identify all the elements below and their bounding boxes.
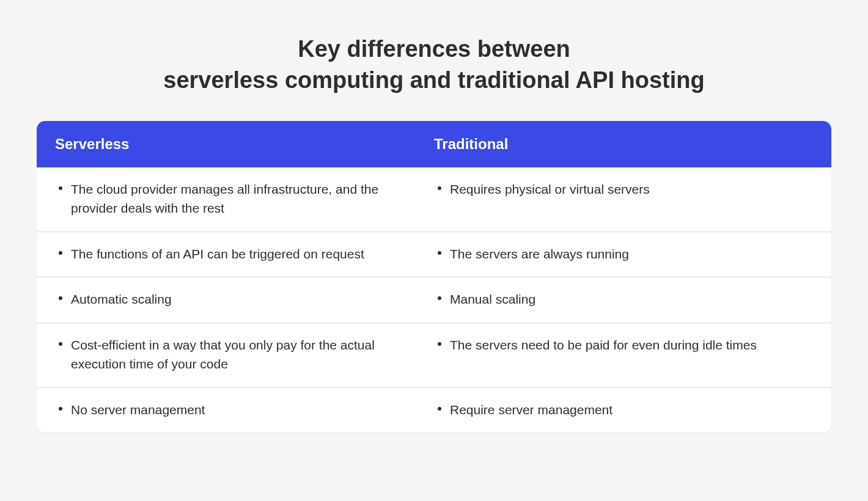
cell-text: No server management: [71, 400, 205, 420]
table-row: Automatic scaling Manual scaling: [37, 277, 831, 323]
cell-text: Automatic scaling: [71, 290, 172, 309]
cell-traditional: The servers need to be paid for even dur…: [434, 335, 813, 374]
table-row: No server management Require server mana…: [37, 388, 831, 433]
page-title: Key differences between serverless compu…: [37, 34, 831, 97]
bullet-icon: [59, 251, 62, 255]
bullet-icon: [59, 407, 62, 411]
title-line-2: serverless computing and traditional API…: [163, 67, 704, 93]
cell-text: The servers are always running: [450, 244, 629, 264]
cell-serverless: The functions of an API can be triggered…: [55, 244, 434, 264]
cell-text: The functions of an API can be triggered…: [71, 244, 364, 264]
cell-text: Manual scaling: [450, 290, 535, 309]
cell-text: Requires physical or virtual servers: [450, 180, 650, 199]
cell-traditional: Requires physical or virtual servers: [434, 180, 813, 218]
header-serverless: Serverless: [55, 136, 434, 153]
bullet-icon: [438, 186, 441, 190]
cell-text: Require server management: [450, 400, 612, 420]
cell-serverless: The cloud provider manages all infrastru…: [55, 180, 434, 218]
cell-text: The servers need to be paid for even dur…: [450, 335, 757, 355]
table-row: The functions of an API can be triggered…: [37, 232, 831, 278]
header-traditional: Traditional: [434, 136, 813, 153]
bullet-icon: [59, 186, 62, 190]
bullet-icon: [59, 296, 62, 300]
table-header-row: Serverless Traditional: [37, 121, 831, 167]
cell-serverless: Automatic scaling: [55, 290, 434, 309]
bullet-icon: [59, 342, 62, 346]
bullet-icon: [438, 251, 441, 255]
title-line-1: Key differences between: [298, 36, 570, 62]
cell-traditional: The servers are always running: [434, 244, 813, 264]
table-row: The cloud provider manages all infrastru…: [37, 167, 831, 232]
cell-traditional: Manual scaling: [434, 290, 813, 309]
bullet-icon: [438, 407, 441, 411]
cell-text: The cloud provider manages all infrastru…: [71, 180, 416, 218]
cell-serverless: Cost-efficient in a way that you only pa…: [55, 335, 434, 374]
bullet-icon: [438, 296, 441, 300]
comparison-table: Serverless Traditional The cloud provide…: [37, 121, 831, 433]
table-row: Cost-efficient in a way that you only pa…: [37, 323, 831, 388]
bullet-icon: [438, 342, 441, 346]
cell-serverless: No server management: [55, 400, 434, 420]
cell-text: Cost-efficient in a way that you only pa…: [71, 335, 416, 374]
cell-traditional: Require server management: [434, 400, 813, 420]
